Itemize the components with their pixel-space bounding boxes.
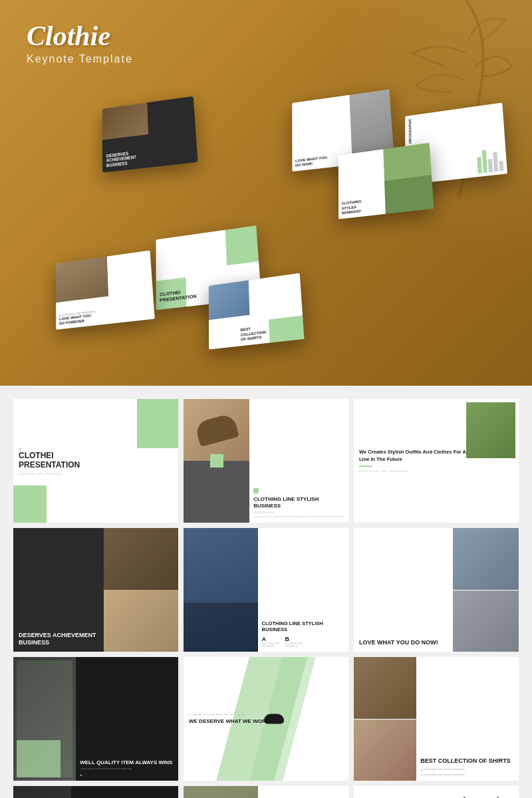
slides-grid: ● CLOTHEI PRESENTATION CLOTHING LINE PRE…: [13, 399, 519, 798]
slide-7-quality: WELL QUALITY ITEM ALWAYS WINS Lorem ipsu…: [13, 657, 178, 781]
brand-logo: Clothie: [27, 20, 133, 52]
slide-3-label: CLOTHING LINE PRESENTS: [359, 469, 513, 473]
mockup-card-love-forever: A CLOTHING LINE PRESENTS LOVE WHAT YOUDO…: [56, 250, 155, 329]
slide-3-stylish: We Creates Stylish Outfits And Clothes F…: [354, 399, 519, 523]
mockup-card-deserves: DESERVESACHIEVEMENTBUSINESS: [102, 96, 198, 173]
logo-area: Clothie Keynote Template: [27, 20, 133, 65]
slide-5-clothing-ab: CLOTHING LINE STYLISH BUSINESS A CLOTHIN…: [184, 528, 348, 652]
slides-grid-section: ● CLOTHEI PRESENTATION CLOTHING LINE PRE…: [0, 386, 532, 798]
slide-4-title: DESERVES ACHIEVEMENT BUSINESS: [19, 632, 98, 646]
slide-8-deserve: Lorem ipsum dolor sit amet WE DESERVE WH…: [184, 657, 348, 781]
slide-2-title: CLOTHING LINE STYLISH BUSINESS: [253, 496, 344, 509]
mockup-card-clothing-styles: CLOTHINGSTYLESNOWADAY: [338, 143, 434, 219]
slide-1-label: CLOTHING LINE PRESENTS: [19, 472, 61, 475]
hero-section: Clothie Keynote Template DESERVESACHIEVE…: [0, 0, 532, 386]
slide-11-styles: CLOTHING STYLES NOWADAY Lorem ipsum dolo…: [184, 786, 348, 798]
slide-8-title: WE DESERVE WHAT WE WORKED: [189, 718, 277, 725]
slide-9-best-collection: BEST COLLECTION OF SHIRTS ● Lorem ipsum …: [354, 657, 519, 781]
brand-subtitle: Keynote Template: [27, 53, 133, 65]
slide-5-title: CLOTHING LINE STYLISH BUSINESS: [262, 620, 344, 632]
mockup-card-best-collection: BESTCOLLECTIONOF SHIRTS: [209, 273, 305, 350]
slide-10-picking: PICKING THE RIGHT CHOICES ON SHIRT ● Lor…: [13, 786, 178, 798]
slide-9-title: BEST COLLECTION OF SHIRTS: [420, 757, 515, 765]
slide-6-title: LOVE WHAT YOU DO NOW!: [359, 639, 448, 646]
slide-6-love-now: LOVE WHAT YOU DO NOW!: [354, 528, 519, 652]
slide-2-label: CLOTHING LINE: [253, 511, 344, 514]
slide-12-brand: BRAND FASHION ON CLOTHES A CLOTHING LINE…: [354, 786, 519, 798]
slide-4-deserves: DESERVES ACHIEVEMENT BUSINESS: [13, 528, 178, 652]
slide-2-clothing: CLOTHING LINE STYLISH BUSINESS CLOTHING …: [184, 399, 348, 523]
slide-7-title: WELL QUALITY ITEM ALWAYS WINS: [80, 759, 174, 766]
slide-1-clothei: ● CLOTHEI PRESENTATION CLOTHING LINE PRE…: [13, 399, 178, 523]
slide-1-title: CLOTHEI PRESENTATION: [19, 451, 80, 470]
mockup-display: DESERVESACHIEVEMENTBUSINESS ● CLOTHEIPRE…: [33, 80, 512, 359]
